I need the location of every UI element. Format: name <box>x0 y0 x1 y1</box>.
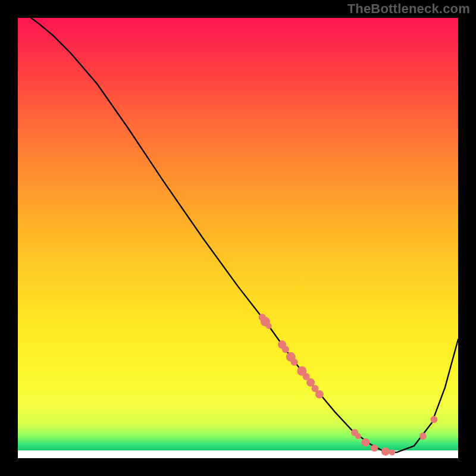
chart-area <box>18 18 458 458</box>
marker-dot <box>419 433 427 440</box>
marker-dot <box>306 378 315 387</box>
chart-svg <box>18 18 458 458</box>
watermark-text: TheBottleneck.com <box>347 1 470 17</box>
marker-dot <box>266 323 272 329</box>
marker-dot <box>430 416 437 423</box>
marker-dot <box>355 433 361 439</box>
marker-dot <box>282 346 289 353</box>
marker-dot <box>315 390 324 399</box>
marker-dot <box>362 438 370 446</box>
chart-curve <box>31 18 458 452</box>
frame: TheBottleneck.com <box>0 0 476 476</box>
marker-dot <box>389 449 395 455</box>
marker-dot <box>291 359 298 366</box>
marker-dot <box>371 444 378 452</box>
marker-dot <box>381 447 390 456</box>
chart-markers <box>259 314 438 456</box>
